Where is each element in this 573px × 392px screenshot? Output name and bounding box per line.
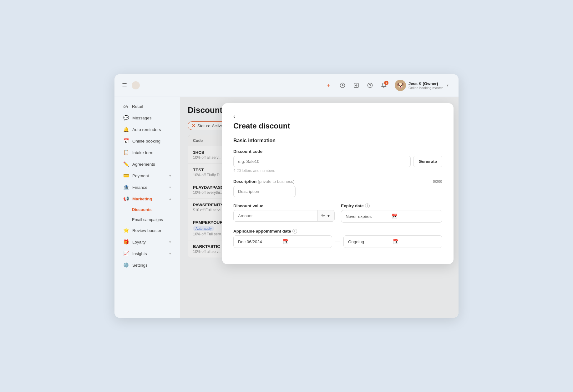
start-date-input[interactable]: Dec 06/2024 📅 [233, 235, 332, 248]
topbar-right: + 1 🐶 Jess K (Owner) Online booking mast… [323, 78, 451, 92]
sidebar-item-label: Intake form [132, 150, 154, 155]
discount-code-label: Discount code [233, 149, 442, 154]
discount-code-input[interactable] [233, 156, 411, 167]
user-name: Jess K (Owner) [408, 81, 443, 86]
logo-icon: 🐾 [131, 81, 140, 90]
sidebar-item-label: Finance [132, 185, 147, 190]
insights-icon: 📈 [123, 251, 129, 256]
content-area: Discount list Create discount ✕ Status: … [180, 97, 459, 318]
topbar-left: ☰ 🐾 [122, 81, 320, 90]
svg-point-0 [132, 81, 140, 89]
description-counter: 0/200 [433, 179, 442, 184]
discount-expiry-row: Discount value % ▼ Expiry [233, 204, 442, 229]
date-range-row: Dec 06/2024 📅 — Ongoing 📅 [233, 235, 442, 248]
sidebar-item-discounts[interactable]: Discounts [117, 205, 177, 214]
sidebar-item-label: Insights [132, 251, 147, 256]
end-calendar-icon: 📅 [393, 239, 438, 244]
marketing-icon: 📢 [123, 196, 129, 202]
svg-point-6 [370, 86, 370, 87]
description-group: Description (private to business) 0/200 [233, 179, 442, 197]
applicable-info-icon[interactable]: i [292, 229, 297, 234]
description-label-muted: (private to business) [258, 179, 294, 184]
calendar-icon: 📅 [392, 214, 438, 219]
end-date-input[interactable]: Ongoing 📅 [343, 235, 442, 248]
user-chevron-icon: ▾ [447, 83, 449, 88]
sidebar-item-intake-form[interactable]: 📋 Intake form [117, 147, 177, 158]
discount-type-chevron-icon: ▼ [327, 214, 331, 218]
payment-icon: 💳 [123, 173, 129, 178]
auto-reminders-icon: 🔔 [123, 127, 129, 132]
discount-code-group: Discount code Generate 4-20 letters and … [233, 149, 442, 173]
app-container: ☰ 🐾 + 1 🐶 [114, 74, 459, 318]
discount-value-group: Discount value % ▼ [233, 204, 335, 223]
discount-value-input: % ▼ [233, 210, 335, 222]
sidebar-item-label: Retail [132, 104, 143, 109]
form-section-title: Basic information [233, 138, 442, 143]
sidebar: 🛍 Retail 💬 Messages 🔔 Auto reminders 📅 O… [114, 97, 180, 318]
expiry-info-icon[interactable]: i [365, 204, 370, 208]
loyalty-chevron-icon: ▾ [169, 240, 171, 244]
avatar: 🐶 [395, 80, 406, 91]
support-icon-button[interactable] [365, 80, 375, 91]
sidebar-item-payment[interactable]: 💳 Payment ▾ [117, 170, 177, 181]
sidebar-item-label: Agreements [132, 162, 155, 167]
sidebar-item-review-booster[interactable]: ⭐ Review booster [117, 225, 177, 236]
marketing-chevron-icon: ▴ [169, 197, 171, 201]
sidebar-item-label: Loyalty [132, 240, 146, 244]
review-booster-icon: ⭐ [123, 228, 129, 233]
modal-back-button[interactable]: ‹ [233, 113, 442, 120]
sidebar-item-settings[interactable]: ⚙️ Settings [117, 259, 177, 271]
expiry-date-group: Expiry date i Never expires 📅 [341, 204, 442, 223]
sidebar-item-messages[interactable]: 💬 Messages [117, 112, 177, 123]
finance-chevron-icon: ▾ [169, 185, 171, 189]
discount-code-hint: 4-20 letters and numbers [233, 168, 442, 173]
messages-icon: 💬 [123, 115, 129, 121]
sidebar-item-online-booking[interactable]: 📅 Online booking [117, 135, 177, 147]
sidebar-item-retail[interactable]: 🛍 Retail [117, 101, 177, 112]
sidebar-item-label: Payment [132, 173, 149, 178]
menu-icon[interactable]: ☰ [122, 82, 127, 89]
create-discount-modal: ‹ Create discount Basic information Disc… [222, 103, 454, 264]
applicable-date-group: Applicable appointment date i Dec 06/202… [233, 229, 442, 248]
expiry-date-label: Expiry date i [341, 204, 442, 208]
online-booking-icon: 📅 [123, 138, 129, 144]
insights-chevron-icon: ▾ [169, 252, 171, 256]
agreements-icon: ✏️ [123, 161, 129, 167]
sidebar-item-label: Online booking [132, 139, 160, 143]
discount-type-select[interactable]: % ▼ [317, 210, 334, 221]
modal-overlay: ‹ Create discount Basic information Disc… [180, 97, 459, 318]
user-text: Jess K (Owner) Online booking master [408, 81, 443, 90]
topbar: ☰ 🐾 + 1 🐶 [114, 74, 459, 97]
discount-value-label: Discount value [233, 204, 335, 208]
sidebar-item-label: Review booster [132, 228, 161, 233]
sidebar-item-loyalty[interactable]: 🎁 Loyalty ▾ [117, 236, 177, 248]
description-input[interactable] [233, 186, 296, 197]
sidebar-item-email-campaigns[interactable]: Email campaigns [117, 215, 177, 224]
add-button[interactable]: + [323, 80, 334, 91]
amount-input[interactable] [234, 210, 317, 221]
start-date-value: Dec 06/2024 [238, 239, 283, 244]
discount-code-input-row: Generate [233, 156, 442, 167]
expiry-date-input[interactable]: Never expires 📅 [341, 210, 442, 223]
sidebar-item-finance[interactable]: 🏦 Finance ▾ [117, 182, 177, 193]
sidebar-item-marketing[interactable]: 📢 Marketing ▴ [117, 193, 177, 204]
discount-type-value: % [322, 214, 325, 218]
download-icon-button[interactable] [351, 80, 362, 91]
finance-icon: 🏦 [123, 184, 129, 190]
user-info[interactable]: 🐶 Jess K (Owner) Online booking master ▾ [392, 78, 451, 92]
sidebar-item-label: Marketing [132, 197, 152, 201]
sidebar-item-label: Messages [132, 116, 152, 120]
sidebar-item-agreements[interactable]: ✏️ Agreements [117, 158, 177, 170]
sidebar-item-label: Settings [132, 263, 148, 268]
payment-chevron-icon: ▾ [169, 174, 171, 178]
history-icon-button[interactable] [337, 80, 348, 91]
settings-icon: ⚙️ [123, 262, 129, 268]
end-date-value: Ongoing [348, 239, 393, 244]
notifications-button[interactable]: 1 [378, 80, 389, 91]
main-layout: 🛍 Retail 💬 Messages 🔔 Auto reminders 📅 O… [114, 97, 459, 318]
sidebar-item-insights[interactable]: 📈 Insights ▾ [117, 248, 177, 259]
modal-title: Create discount [233, 122, 442, 130]
sidebar-item-auto-reminders[interactable]: 🔔 Auto reminders [117, 124, 177, 135]
applicable-date-label: Applicable appointment date i [233, 229, 442, 234]
generate-button[interactable]: Generate [413, 156, 442, 167]
